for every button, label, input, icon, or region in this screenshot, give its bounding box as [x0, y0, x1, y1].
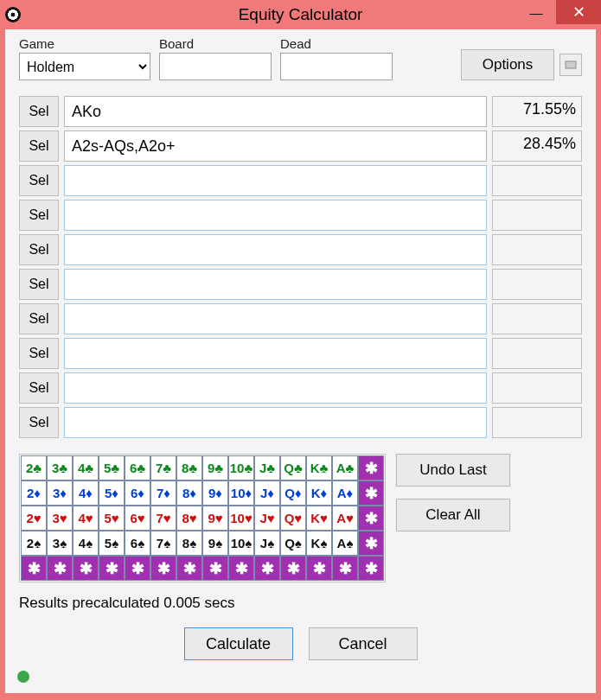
card-6h[interactable]: 6♥ [125, 506, 150, 531]
random-card-icon[interactable]: ✱ [254, 556, 280, 581]
card-5c[interactable]: 5♣ [99, 455, 125, 480]
card-8c[interactable]: 8♣ [176, 455, 202, 480]
random-card-icon[interactable]: ✱ [358, 556, 384, 581]
random-clubs-icon[interactable]: ✱ [358, 455, 384, 480]
card-3h[interactable]: 3♥ [47, 506, 73, 531]
card-10h[interactable]: 10♥ [228, 506, 254, 531]
random-card-icon[interactable]: ✱ [47, 556, 73, 581]
range-input[interactable] [64, 269, 487, 300]
undo-last-button[interactable]: Undo Last [396, 454, 510, 487]
range-input[interactable] [64, 407, 487, 438]
card-4h[interactable]: 4♥ [73, 506, 99, 531]
random-card-icon[interactable]: ✱ [176, 556, 202, 581]
card-3d[interactable]: 3♦ [47, 480, 73, 506]
cancel-button[interactable]: Cancel [309, 627, 418, 660]
random-card-icon[interactable]: ✱ [73, 556, 99, 581]
random-card-icon[interactable]: ✱ [99, 556, 125, 581]
card-2h[interactable]: 2♥ [21, 506, 47, 531]
card-6d[interactable]: 6♦ [125, 480, 150, 506]
card-5d[interactable]: 5♦ [99, 480, 125, 506]
card-8s[interactable]: 8♠ [176, 531, 202, 556]
card-9h[interactable]: 9♥ [202, 506, 228, 531]
random-card-icon[interactable]: ✱ [125, 556, 150, 581]
card-Jc[interactable]: J♣ [254, 455, 280, 480]
card-2s[interactable]: 2♠ [21, 531, 47, 556]
card-3c[interactable]: 3♣ [47, 455, 73, 480]
card-7c[interactable]: 7♣ [150, 455, 176, 480]
card-Kh[interactable]: K♥ [306, 506, 332, 531]
card-Ah[interactable]: A♥ [332, 506, 358, 531]
card-As[interactable]: A♠ [332, 531, 358, 556]
range-input[interactable] [64, 234, 487, 265]
card-9s[interactable]: 9♠ [202, 531, 228, 556]
sel-button[interactable]: Sel [19, 96, 59, 127]
random-card-icon[interactable]: ✱ [306, 556, 332, 581]
card-5h[interactable]: 5♥ [99, 506, 125, 531]
card-Jd[interactable]: J♦ [254, 480, 280, 506]
card-Jh[interactable]: J♥ [254, 506, 280, 531]
card-3s[interactable]: 3♠ [47, 531, 73, 556]
card-9d[interactable]: 9♦ [202, 480, 228, 506]
card-8h[interactable]: 8♥ [176, 506, 202, 531]
card-Qh[interactable]: Q♥ [280, 506, 306, 531]
range-input[interactable] [64, 200, 487, 231]
options-button[interactable]: Options [461, 49, 554, 80]
card-5s[interactable]: 5♠ [99, 531, 125, 556]
random-spades-icon[interactable]: ✱ [358, 531, 384, 556]
card-4c[interactable]: 4♣ [73, 455, 99, 480]
range-input[interactable] [64, 338, 487, 369]
sel-button[interactable]: Sel [19, 269, 59, 300]
calculate-button[interactable]: Calculate [184, 627, 293, 660]
card-7d[interactable]: 7♦ [150, 480, 176, 506]
range-input[interactable] [64, 372, 487, 404]
card-Ac[interactable]: A♣ [332, 455, 358, 480]
random-card-icon[interactable]: ✱ [21, 556, 47, 581]
card-4s[interactable]: 4♠ [73, 531, 99, 556]
range-input[interactable] [64, 96, 487, 127]
random-card-icon[interactable]: ✱ [332, 556, 358, 581]
card-4d[interactable]: 4♦ [73, 480, 99, 506]
random-card-icon[interactable]: ✱ [280, 556, 306, 581]
settings-icon[interactable] [559, 54, 582, 76]
range-input[interactable] [64, 130, 487, 162]
board-input[interactable] [159, 53, 272, 80]
range-input[interactable] [64, 165, 487, 196]
card-Ks[interactable]: K♠ [306, 531, 332, 556]
random-card-icon[interactable]: ✱ [150, 556, 176, 581]
card-7s[interactable]: 7♠ [150, 531, 176, 556]
card-10d[interactable]: 10♦ [228, 480, 254, 506]
sel-button[interactable]: Sel [19, 200, 59, 231]
card-10s[interactable]: 10♠ [228, 531, 254, 556]
sel-button[interactable]: Sel [19, 338, 59, 369]
range-input[interactable] [64, 303, 487, 334]
card-6c[interactable]: 6♣ [125, 455, 150, 480]
random-card-icon[interactable]: ✱ [202, 556, 228, 581]
game-select[interactable]: Holdem [19, 53, 150, 80]
card-10c[interactable]: 10♣ [228, 455, 254, 480]
card-Js[interactable]: J♠ [254, 531, 280, 556]
card-Qs[interactable]: Q♠ [280, 531, 306, 556]
random-diamonds-icon[interactable]: ✱ [358, 480, 384, 506]
card-6s[interactable]: 6♠ [125, 531, 150, 556]
close-button[interactable]: ✕ [556, 0, 601, 24]
sel-button[interactable]: Sel [19, 234, 59, 265]
card-2c[interactable]: 2♣ [21, 455, 47, 480]
card-7h[interactable]: 7♥ [150, 506, 176, 531]
sel-button[interactable]: Sel [19, 407, 59, 438]
card-Qc[interactable]: Q♣ [280, 455, 306, 480]
sel-button[interactable]: Sel [19, 303, 59, 334]
sel-button[interactable]: Sel [19, 165, 59, 196]
random-card-icon[interactable]: ✱ [228, 556, 254, 581]
card-8d[interactable]: 8♦ [176, 480, 202, 506]
sel-button[interactable]: Sel [19, 130, 59, 162]
card-Ad[interactable]: A♦ [332, 480, 358, 506]
card-Kc[interactable]: K♣ [306, 455, 332, 480]
random-hearts-icon[interactable]: ✱ [358, 506, 384, 531]
minimize-button[interactable]: — [516, 0, 556, 24]
card-9c[interactable]: 9♣ [202, 455, 228, 480]
card-2d[interactable]: 2♦ [21, 480, 47, 506]
clear-all-button[interactable]: Clear All [396, 499, 510, 531]
sel-button[interactable]: Sel [19, 372, 59, 404]
card-Qd[interactable]: Q♦ [280, 480, 306, 506]
dead-input[interactable] [280, 53, 393, 80]
